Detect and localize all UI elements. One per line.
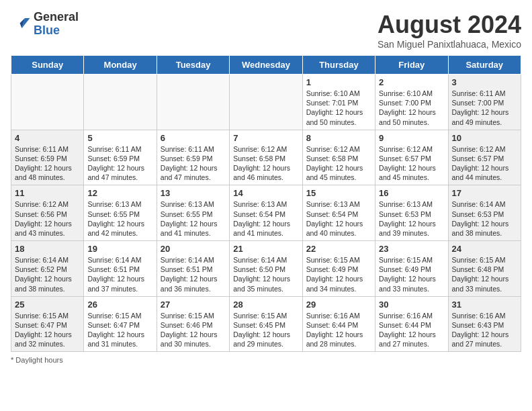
cell-content: Sunrise: 6:16 AM Sunset: 6:44 PM Dayligh… (306, 311, 371, 349)
day-header-saturday: Saturday (448, 56, 521, 75)
cell-day-23: 23Sunrise: 6:15 AM Sunset: 6:49 PM Dayli… (375, 241, 448, 297)
day-number: 23 (379, 244, 444, 254)
logo-icon (11, 14, 31, 34)
cell-content: Sunrise: 6:10 AM Sunset: 7:01 PM Dayligh… (306, 89, 371, 127)
cell-day-14: 14Sunrise: 6:13 AM Sunset: 6:54 PM Dayli… (230, 185, 302, 241)
cell-empty (11, 75, 84, 130)
cell-content: Sunrise: 6:11 AM Sunset: 7:00 PM Dayligh… (452, 89, 517, 127)
cell-content: Sunrise: 6:16 AM Sunset: 6:43 PM Dayligh… (452, 311, 517, 349)
cell-content: Sunrise: 6:15 AM Sunset: 6:47 PM Dayligh… (15, 311, 80, 349)
day-number: 4 (15, 133, 80, 143)
cell-content: Sunrise: 6:15 AM Sunset: 6:47 PM Dayligh… (87, 311, 152, 349)
cell-day-17: 17Sunrise: 6:14 AM Sunset: 6:53 PM Dayli… (448, 185, 521, 241)
logo: General Blue (11, 11, 79, 38)
day-number: 17 (452, 188, 517, 198)
day-number: 11 (15, 188, 80, 198)
day-header-friday: Friday (375, 56, 448, 75)
title-block: August 2024 San Miguel Panixtlahuaca, Me… (378, 11, 521, 50)
day-number: 5 (87, 133, 152, 143)
day-number: 26 (87, 300, 152, 310)
cell-day-6: 6Sunrise: 6:11 AM Sunset: 6:59 PM Daylig… (157, 130, 229, 185)
day-number: 13 (161, 188, 226, 198)
cell-day-30: 30Sunrise: 6:16 AM Sunset: 6:44 PM Dayli… (375, 296, 448, 352)
cell-content: Sunrise: 6:15 AM Sunset: 6:45 PM Dayligh… (233, 311, 298, 349)
week-row-2: 4Sunrise: 6:11 AM Sunset: 6:59 PM Daylig… (11, 130, 521, 185)
day-header-tuesday: Tuesday (157, 56, 229, 75)
cell-day-10: 10Sunrise: 6:12 AM Sunset: 6:57 PM Dayli… (448, 130, 521, 185)
day-number: 14 (233, 188, 298, 198)
page-header: General Blue August 2024 San Miguel Pani… (11, 11, 521, 50)
day-number: 20 (161, 244, 226, 254)
day-number: 3 (452, 77, 517, 87)
cell-empty (84, 75, 157, 130)
cell-content: Sunrise: 6:14 AM Sunset: 6:53 PM Dayligh… (452, 199, 517, 238)
cell-day-31: 31Sunrise: 6:16 AM Sunset: 6:43 PM Dayli… (448, 296, 521, 352)
cell-day-26: 26Sunrise: 6:15 AM Sunset: 6:47 PM Dayli… (84, 296, 157, 352)
cell-day-1: 1Sunrise: 6:10 AM Sunset: 7:01 PM Daylig… (302, 75, 375, 130)
day-number: 28 (233, 300, 298, 310)
cell-day-24: 24Sunrise: 6:15 AM Sunset: 6:48 PM Dayli… (448, 241, 521, 297)
cell-day-20: 20Sunrise: 6:14 AM Sunset: 6:51 PM Dayli… (157, 241, 229, 297)
cell-content: Sunrise: 6:15 AM Sunset: 6:46 PM Dayligh… (161, 311, 226, 349)
cell-day-12: 12Sunrise: 6:13 AM Sunset: 6:55 PM Dayli… (84, 185, 157, 241)
day-number: 24 (452, 244, 517, 254)
day-number: 10 (452, 133, 517, 143)
cell-content: Sunrise: 6:12 AM Sunset: 6:57 PM Dayligh… (379, 144, 444, 183)
cell-content: Sunrise: 6:14 AM Sunset: 6:50 PM Dayligh… (233, 255, 298, 293)
day-header-sunday: Sunday (11, 56, 84, 75)
day-number: 18 (15, 244, 80, 254)
day-header-monday: Monday (84, 56, 157, 75)
day-number: 21 (233, 244, 298, 254)
cell-day-2: 2Sunrise: 6:10 AM Sunset: 7:00 PM Daylig… (375, 75, 448, 130)
cell-day-4: 4Sunrise: 6:11 AM Sunset: 6:59 PM Daylig… (11, 130, 84, 185)
cell-empty (230, 75, 302, 130)
week-row-3: 11Sunrise: 6:12 AM Sunset: 6:56 PM Dayli… (11, 185, 521, 241)
day-number: 29 (306, 300, 371, 310)
cell-day-27: 27Sunrise: 6:15 AM Sunset: 6:46 PM Dayli… (157, 296, 229, 352)
cell-day-11: 11Sunrise: 6:12 AM Sunset: 6:56 PM Dayli… (11, 185, 84, 241)
logo-blue: Blue (34, 24, 79, 38)
cell-day-7: 7Sunrise: 6:12 AM Sunset: 6:58 PM Daylig… (230, 130, 302, 185)
cell-content: Sunrise: 6:15 AM Sunset: 6:48 PM Dayligh… (452, 255, 517, 293)
day-number: 19 (87, 244, 152, 254)
cell-day-8: 8Sunrise: 6:12 AM Sunset: 6:58 PM Daylig… (302, 130, 375, 185)
day-header-thursday: Thursday (302, 56, 375, 75)
cell-content: Sunrise: 6:11 AM Sunset: 6:59 PM Dayligh… (87, 144, 152, 183)
cell-day-25: 25Sunrise: 6:15 AM Sunset: 6:47 PM Dayli… (11, 296, 84, 352)
day-number: 6 (161, 133, 226, 143)
cell-content: Sunrise: 6:15 AM Sunset: 6:49 PM Dayligh… (379, 255, 444, 293)
day-number: 12 (87, 188, 152, 198)
day-number: 8 (306, 133, 371, 143)
cell-content: Sunrise: 6:13 AM Sunset: 6:55 PM Dayligh… (161, 199, 226, 238)
cell-day-21: 21Sunrise: 6:14 AM Sunset: 6:50 PM Dayli… (230, 241, 302, 297)
cell-day-28: 28Sunrise: 6:15 AM Sunset: 6:45 PM Dayli… (230, 296, 302, 352)
cell-content: Sunrise: 6:14 AM Sunset: 6:51 PM Dayligh… (161, 255, 226, 293)
calendar-table: SundayMondayTuesdayWednesdayThursdayFrid… (11, 55, 521, 352)
week-row-1: 1Sunrise: 6:10 AM Sunset: 7:01 PM Daylig… (11, 75, 521, 130)
logo-text: General Blue (34, 11, 79, 38)
cell-content: Sunrise: 6:13 AM Sunset: 6:55 PM Dayligh… (87, 199, 152, 238)
cell-content: Sunrise: 6:12 AM Sunset: 6:57 PM Dayligh… (452, 144, 517, 183)
day-number: 16 (379, 188, 444, 198)
cell-content: Sunrise: 6:10 AM Sunset: 7:00 PM Dayligh… (379, 89, 444, 127)
cell-day-15: 15Sunrise: 6:13 AM Sunset: 6:54 PM Dayli… (302, 185, 375, 241)
cell-day-13: 13Sunrise: 6:13 AM Sunset: 6:55 PM Dayli… (157, 185, 229, 241)
cell-content: Sunrise: 6:12 AM Sunset: 6:58 PM Dayligh… (233, 144, 298, 183)
day-number: 7 (233, 133, 298, 143)
day-number: 27 (161, 300, 226, 310)
cell-day-18: 18Sunrise: 6:14 AM Sunset: 6:52 PM Dayli… (11, 241, 84, 297)
week-row-5: 25Sunrise: 6:15 AM Sunset: 6:47 PM Dayli… (11, 296, 521, 352)
cell-content: Sunrise: 6:13 AM Sunset: 6:54 PM Dayligh… (233, 199, 298, 238)
day-number: 30 (379, 300, 444, 310)
cell-empty (157, 75, 229, 130)
calendar-title: August 2024 (378, 11, 521, 39)
cell-day-9: 9Sunrise: 6:12 AM Sunset: 6:57 PM Daylig… (375, 130, 448, 185)
day-number: 22 (306, 244, 371, 254)
cell-day-16: 16Sunrise: 6:13 AM Sunset: 6:53 PM Dayli… (375, 185, 448, 241)
cell-content: Sunrise: 6:12 AM Sunset: 6:56 PM Dayligh… (15, 199, 80, 238)
cell-content: Sunrise: 6:16 AM Sunset: 6:44 PM Dayligh… (379, 311, 444, 349)
day-number: 1 (306, 77, 371, 87)
cell-day-5: 5Sunrise: 6:11 AM Sunset: 6:59 PM Daylig… (84, 130, 157, 185)
cell-content: Sunrise: 6:11 AM Sunset: 6:59 PM Dayligh… (161, 144, 226, 183)
cell-day-22: 22Sunrise: 6:15 AM Sunset: 6:49 PM Dayli… (302, 241, 375, 297)
